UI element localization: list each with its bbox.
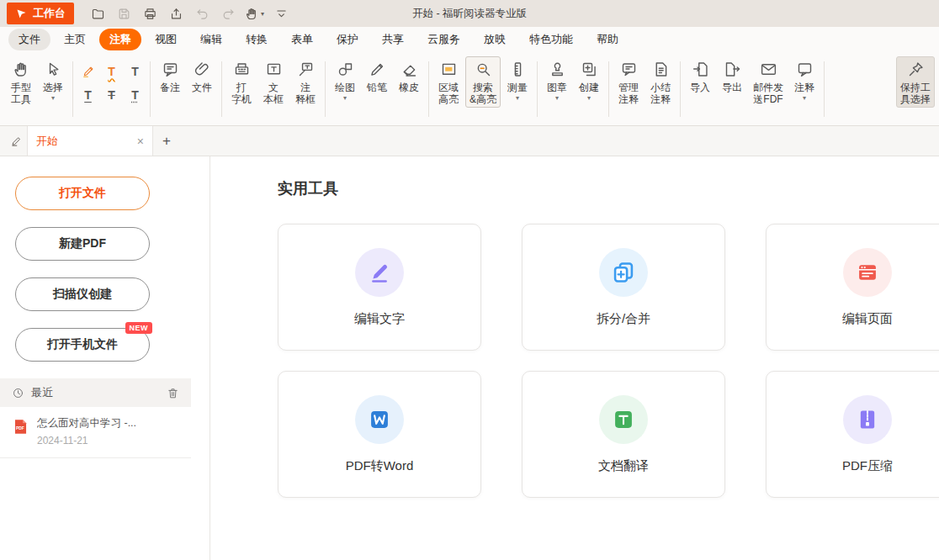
card-pdf-to-word[interactable]: PDF转Word xyxy=(278,371,481,498)
draw-button[interactable]: 绘图▾ xyxy=(330,56,360,104)
card-pdf-compress[interactable]: PDF压缩 xyxy=(766,371,939,498)
hand-tool-quick-button[interactable]: ▾ xyxy=(242,3,267,24)
redo-button xyxy=(216,3,240,24)
scanner-create-button[interactable]: 扫描仪创建 xyxy=(15,277,150,311)
export-comments-button[interactable]: 导出 xyxy=(717,56,747,96)
group-separator xyxy=(221,61,222,117)
svg-text:PDF: PDF xyxy=(16,426,24,431)
dropdown-caret-icon: ▾ xyxy=(794,94,814,102)
hand-tool-icon xyxy=(13,61,30,78)
ribbon-group-keep-tool: 保持工具选择 xyxy=(894,56,937,122)
menu-tab-view[interactable]: 视图 xyxy=(145,29,187,50)
ribbon-toolbar: 手型工具选择▾TTTTT备注文件打字机文本框注释框绘图▾铅笔橡皮区域高亮搜索&高… xyxy=(0,52,939,126)
pin-icon xyxy=(907,61,925,78)
undo-icon xyxy=(195,7,210,21)
dropdown-caret-icon: ▾ xyxy=(547,94,567,102)
replace-text-button[interactable]: T xyxy=(125,84,146,105)
create-stamp-button[interactable]: 创建▾ xyxy=(574,56,604,104)
tab-start[interactable]: 开始 × xyxy=(27,126,153,156)
select-button[interactable]: 选择▾ xyxy=(38,56,68,104)
menu-tab-convert[interactable]: 转换 xyxy=(236,29,278,50)
card-split-merge[interactable]: 拆分/合并 xyxy=(522,224,725,351)
menu-tab-comment[interactable]: 注释 xyxy=(99,29,141,50)
open-file-button[interactable]: 打开文件 xyxy=(15,177,150,210)
annotate-pen-icon[interactable] xyxy=(5,135,27,147)
menu-tab-help[interactable]: 帮助 xyxy=(586,29,629,50)
recent-file-item[interactable]: PDF 怎么面对高中学习 -... 2024-11-21 xyxy=(0,407,191,458)
ruler-icon xyxy=(509,61,527,78)
menu-tab-protect[interactable]: 保护 xyxy=(326,29,369,50)
callout-button[interactable]: 注释框 xyxy=(290,56,321,108)
summarize-comments-button[interactable]: 小结注释 xyxy=(645,56,676,108)
keep-tool-selected-button[interactable]: 保持工具选择 xyxy=(896,56,935,108)
ribbon-group-drawing: 绘图▾铅笔橡皮 xyxy=(327,56,427,122)
menu-tab-edit[interactable]: 编辑 xyxy=(190,29,232,50)
customize-toolbar-button[interactable] xyxy=(269,3,293,24)
strikeout-button[interactable]: T xyxy=(101,84,122,105)
menu-tab-present[interactable]: 放映 xyxy=(474,29,516,50)
stamp-button[interactable]: 图章▾ xyxy=(542,56,572,104)
card-label: 文档翻译 xyxy=(598,458,649,474)
hand-tool-button[interactable]: 手型工具 xyxy=(6,56,36,108)
card-doc-translate[interactable]: 文档翻译 xyxy=(522,371,725,498)
import-comments-button[interactable]: 导入 xyxy=(685,56,715,96)
area-highlight-button[interactable]: 区域高亮 xyxy=(433,56,464,108)
typewriter-button[interactable]: 打字机 xyxy=(226,56,257,108)
search-highlight-icon xyxy=(475,61,492,78)
eraser-button[interactable]: 橡皮 xyxy=(394,56,424,96)
squiggly-underline-button[interactable]: T xyxy=(101,61,122,82)
workspace-label: 工作台 xyxy=(33,6,66,21)
file-attachment-button[interactable]: 文件 xyxy=(187,56,217,96)
print-button[interactable] xyxy=(138,3,162,24)
textbox-button[interactable]: 文本框 xyxy=(258,56,289,108)
menu-tab-form[interactable]: 表单 xyxy=(281,29,323,50)
comments-button[interactable]: 注释▾ xyxy=(789,56,820,104)
hand-tool-icon xyxy=(245,7,259,21)
card-label: 编辑文字 xyxy=(354,311,405,327)
export-doc-icon xyxy=(724,61,741,78)
menu-tab-home[interactable]: 主页 xyxy=(54,29,96,50)
manage-comments-button[interactable]: 管理注释 xyxy=(613,56,644,108)
new-tab-button[interactable]: + xyxy=(153,133,180,150)
redo-icon xyxy=(221,7,236,21)
underline-button[interactable]: T xyxy=(77,84,98,105)
group-separator xyxy=(680,61,681,117)
email-fdf-button[interactable]: 邮件发送FDF xyxy=(749,56,788,108)
pdf-file-icon: PDF xyxy=(12,416,29,437)
export-icon xyxy=(169,7,183,21)
measure-button[interactable]: 测量▾ xyxy=(502,56,533,104)
summary-icon xyxy=(652,61,670,78)
pencil-button[interactable]: 铅笔 xyxy=(362,56,392,96)
card-edit-page[interactable]: 编辑页面 xyxy=(766,224,939,351)
workspace-button[interactable]: 工作台 xyxy=(7,3,74,24)
menu-tab-file[interactable]: 文件 xyxy=(8,29,50,50)
card-edit-text[interactable]: 编辑文字 xyxy=(278,224,481,351)
note-button[interactable]: 备注 xyxy=(155,56,185,96)
menu-tab-cloud[interactable]: 云服务 xyxy=(417,29,470,50)
new-pdf-button[interactable]: 新建PDF xyxy=(15,227,150,261)
area-highlight-icon xyxy=(440,61,458,78)
insert-text-button[interactable]: T xyxy=(125,61,146,82)
menu-tab-share[interactable]: 共享 xyxy=(372,29,414,50)
clear-recent-trash-icon[interactable] xyxy=(167,387,179,399)
share-export-button[interactable] xyxy=(164,3,188,24)
stamp-icon xyxy=(549,61,566,78)
side-btn-label: 打开文件 xyxy=(59,186,106,201)
open-file-button[interactable] xyxy=(86,3,109,24)
close-tab-icon[interactable]: × xyxy=(137,135,144,147)
ribbon-group-notes: 备注文件 xyxy=(152,56,220,122)
import-icon xyxy=(692,61,709,78)
menubar: 文件主页注释视图编辑转换表单保护共享云服务放映特色功能帮助 xyxy=(0,27,939,52)
clock-icon xyxy=(12,387,24,399)
quick-access-toolbar: ▾ xyxy=(86,3,293,24)
search-highlight-button[interactable]: 搜索&高亮 xyxy=(465,56,501,108)
dropdown-caret-icon: ▾ xyxy=(507,94,528,102)
highlight-button[interactable] xyxy=(77,61,98,82)
callout-icon xyxy=(297,61,315,78)
sidebar-actions: 打开文件新建PDF扫描仪创建打开手机文件NEW xyxy=(0,177,210,362)
card-edit-page-icon xyxy=(843,248,892,297)
note-icon xyxy=(162,61,179,78)
open-mobile-file-button[interactable]: 打开手机文件NEW xyxy=(15,328,150,362)
menu-tab-features[interactable]: 特色功能 xyxy=(519,29,583,50)
ribbon-group-stamps: 图章▾创建▾ xyxy=(539,56,607,122)
